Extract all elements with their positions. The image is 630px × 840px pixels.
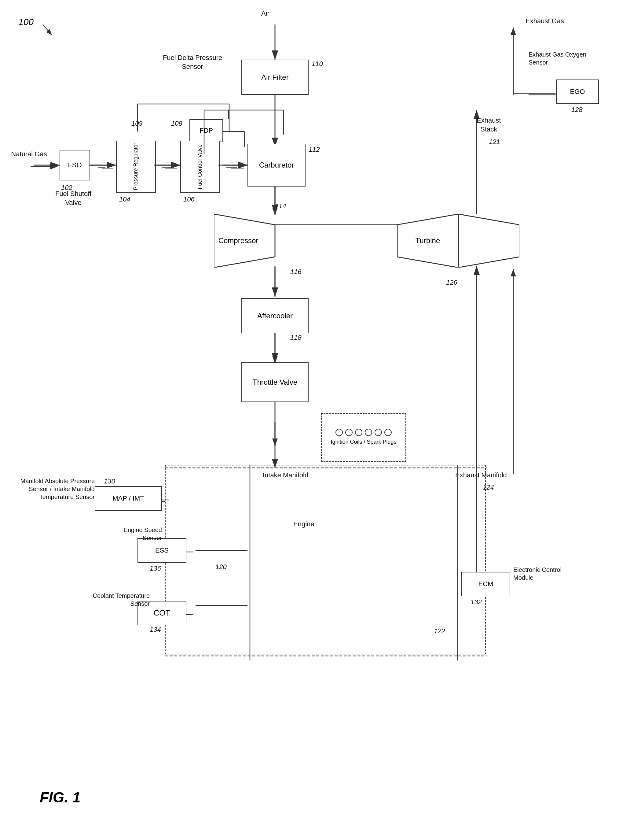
ess-box: ESS — [137, 538, 186, 563]
ref-100-arrow — [31, 21, 55, 40]
engine-block — [165, 465, 486, 654]
ref-124: 124 — [483, 483, 494, 492]
svg-line-31 — [43, 24, 52, 35]
pr-ref: 104 — [119, 195, 131, 204]
ecm-text-label: Electronic Control Module — [513, 566, 581, 582]
exhaust-right-line — [455, 465, 461, 660]
throttle-ref-num: 118 — [290, 333, 302, 342]
engine-label: Engine — [293, 520, 314, 529]
ego-box: EGO — [556, 79, 599, 104]
svg-text:Turbine: Turbine — [416, 236, 440, 245]
cot-line — [186, 611, 195, 618]
intake-manifold-ref: 120 — [216, 563, 227, 572]
fso-box: FSO — [60, 150, 90, 180]
aftercooler-box: Aftercooler — [241, 298, 309, 333]
ess-line — [186, 549, 195, 555]
throttle-valve-box: Throttle Valve — [241, 362, 309, 402]
exhaust-stack-label: ExhaustStack — [477, 116, 501, 134]
natural-gas-label: Natural Gas — [9, 150, 49, 159]
intake-left-line — [247, 465, 253, 660]
exhaust-manifold-ref: 122 — [434, 627, 445, 636]
fig-label: FIG. 1 — [40, 789, 80, 806]
engine-bottom-line — [165, 653, 487, 659]
fcv-to-carb-arrow — [219, 161, 252, 173]
map-sensor-label: Manifold Absolute Pressure Sensor / Inta… — [15, 477, 95, 501]
intake-manifold-label: Intake Manifold — [263, 471, 308, 480]
natural-gas-arrow — [31, 162, 61, 171]
ego-text-label: Exhaust Gas Oxygen Sensor — [529, 51, 599, 66]
fso-to-pr-arrow — [88, 161, 119, 173]
map-imt-ref: 130 — [104, 477, 115, 486]
map-imt-box: MAP / IMT — [95, 486, 162, 511]
turbine-shape: Turbine — [397, 214, 520, 268]
engine-top-line — [165, 465, 487, 471]
air-filter-box: Air Filter — [241, 60, 309, 95]
ecm-box: ECM — [461, 572, 510, 596]
coolant-temp-label: Coolant Temperature Sensor — [88, 592, 150, 608]
map-line — [161, 497, 170, 503]
fuel-delta-pressure-label: Fuel Delta Pressure Sensor — [162, 54, 223, 71]
engine-speed-label: Engine Speed Sensor — [104, 526, 162, 542]
ego-ref: 128 — [571, 106, 583, 114]
fdp-connections — [198, 104, 290, 155]
comp-to-after-arrow — [267, 267, 286, 300]
comp-ref: 114 — [275, 202, 286, 211]
diagram-arrows — [0, 0, 630, 840]
aftercooler-ref-num: 116 — [290, 268, 302, 276]
exhaust-to-turbine-arrow — [504, 266, 523, 474]
throttle-to-intake-arrow — [267, 401, 286, 450]
ego-line — [513, 90, 558, 96]
fuel-shutoff-label: Fuel Shutoff Valve — [50, 189, 96, 207]
ecm-ref: 132 — [471, 598, 482, 607]
exhaust-manifold-label: Exhaust Manifold — [455, 471, 507, 480]
pressure-regulator-box: Pressure Regulator — [116, 141, 156, 193]
cot-ref: 134 — [150, 625, 161, 634]
exhaust-stack-arrow — [504, 24, 523, 101]
turbine-ref: 126 — [446, 278, 457, 287]
svg-marker-51 — [458, 214, 520, 268]
exhaust-gas-label: Exhaust Gas — [526, 17, 564, 26]
svg-text:Compressor: Compressor — [219, 236, 258, 245]
carb-ref: 112 — [309, 145, 320, 154]
fdp-ref: 108 — [171, 119, 183, 128]
diagram-container: 100 Air Air Filter 110 Fuel Delta Pressu… — [0, 0, 630, 840]
air-label: Air — [261, 9, 269, 18]
exhaust-stack-ref: 121 — [489, 137, 500, 147]
ref-109: 109 — [131, 119, 143, 128]
air-filter-ref: 110 — [312, 60, 323, 68]
comp-turbine-connector — [274, 220, 399, 229]
fcv-ref: 106 — [183, 195, 195, 204]
ignition-coils-box: Ignition Coils / Spark Plugs — [321, 413, 406, 462]
ess-ref: 136 — [150, 564, 161, 573]
